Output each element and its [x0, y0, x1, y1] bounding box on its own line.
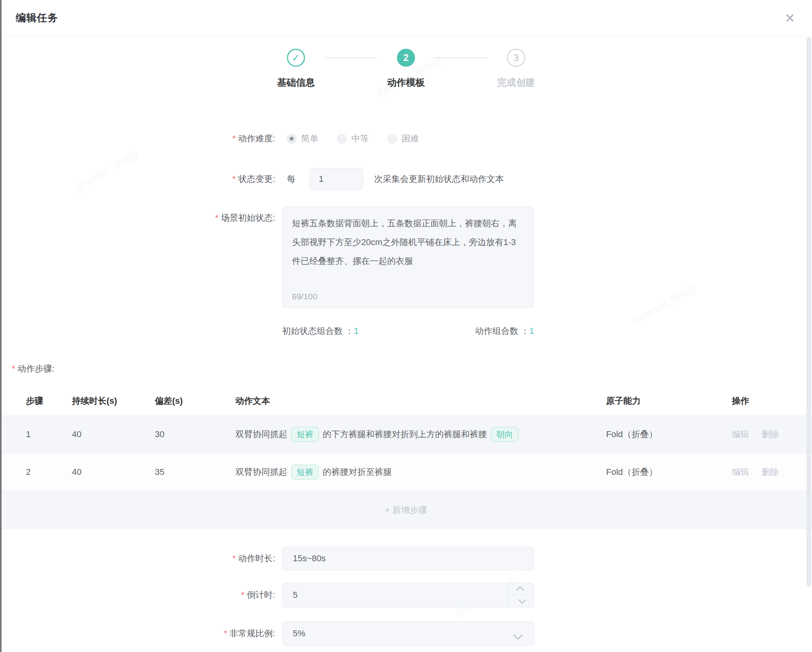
chevron-down-icon — [518, 596, 526, 604]
unusual-ratio-select[interactable]: 5% — [282, 621, 534, 646]
stepper: ✓ 基础信息 2 动作模板 3 完成创建 — [0, 49, 812, 89]
step-action-template: 2 动作模板 — [377, 49, 435, 89]
edit-link[interactable]: 编辑 — [732, 466, 749, 478]
duration-row: *动作时长: — [0, 547, 812, 570]
unusual-ratio-label: *非常规比例: — [0, 628, 275, 639]
cell-deviation: 30 — [155, 429, 235, 440]
action-text: 的下方裤腿和裤腰对折到上方的裤腿和裤腰 — [323, 429, 487, 440]
textarea-value: 短裤五条数据背面朝上，五条数据正面朝上，裤腰朝右，离头部视野下方至少20cm之外… — [292, 214, 524, 271]
cell-action-text: 双臂协同抓起 短裤 的裤腰对折至裤腿 — [235, 465, 606, 480]
field-label: 非常规比例: — [230, 628, 275, 638]
duration-label: *动作时长: — [0, 553, 275, 564]
decrease-button[interactable] — [508, 595, 534, 607]
unusual-ratio-row: *非常规比例: 5% — [0, 621, 812, 646]
object-tag: 短裤 — [291, 465, 319, 480]
radio-icon — [287, 134, 296, 143]
table-row: 2 40 35 双臂协同抓起 短裤 的裤腰对折至裤腿 Fold（折叠） 编辑 删… — [0, 453, 812, 491]
cell-step: 1 — [0, 429, 72, 440]
chevron-up-icon — [516, 586, 524, 594]
table-row: 1 40 30 双臂协同抓起 短裤 的下方裤腿和裤腰对折到上方的裤腿和裤腰 朝向… — [0, 416, 812, 453]
field-label: 场景初始状态: — [221, 213, 275, 223]
dialog-title: 编辑任务 — [16, 11, 58, 25]
state-change-row: *状态变更: 每 次采集会更新初始状态和动作文本 — [0, 168, 812, 190]
radio-label: 中等 — [351, 133, 369, 145]
required-marker: * — [224, 628, 227, 638]
required-marker: * — [215, 213, 219, 223]
radio-label: 简单 — [301, 133, 318, 145]
chevron-down-icon — [514, 631, 523, 640]
step-label: 动作模板 — [387, 76, 425, 89]
increase-button[interactable] — [508, 583, 534, 595]
scrollbar-thumb[interactable] — [806, 37, 811, 587]
cell-operations: 编辑 删除 — [732, 429, 812, 440]
combo-label: 初始状态组合数 ： — [282, 326, 354, 336]
required-marker: * — [232, 134, 236, 143]
table-header-row: 步骤 持续时长(s) 偏差(s) 动作文本 原子能力 操作 — [0, 386, 812, 416]
countdown-input[interactable] — [282, 583, 534, 607]
countdown-row: *倒计时: — [0, 583, 812, 607]
dialog-header: 编辑任务 × — [0, 0, 812, 36]
field-label: 动作时长: — [238, 553, 275, 563]
action-combo-count: 动作组合数 ：1 — [475, 325, 534, 337]
action-steps-table: 步骤 持续时长(s) 偏差(s) 动作文本 原子能力 操作 1 40 30 双臂… — [0, 386, 812, 529]
required-marker: * — [12, 364, 15, 374]
state-change-input[interactable] — [310, 168, 363, 190]
state-prefix: 每 — [287, 173, 296, 185]
radio-medium[interactable]: 中等 — [337, 133, 369, 145]
field-label: 状态变更: — [238, 174, 275, 184]
action-text: 的裤腰对折至裤腿 — [323, 466, 392, 478]
char-counter: 69/100 — [292, 292, 317, 301]
check-icon: ✓ — [287, 49, 305, 67]
cell-deviation: 35 — [155, 467, 235, 477]
combo-value: 1 — [529, 326, 534, 336]
combo-value: 1 — [354, 326, 358, 336]
radio-hard[interactable]: 困难 — [388, 133, 419, 145]
header-step: 步骤 — [0, 395, 72, 407]
cell-operations: 编辑 删除 — [732, 466, 812, 478]
difficulty-label: *动作难度: — [0, 133, 275, 145]
cell-action-text: 双臂协同抓起 短裤 的下方裤腿和裤腰对折到上方的裤腿和裤腰 朝向 — [235, 427, 606, 442]
cell-step: 2 — [0, 467, 72, 477]
step-finish-create: 3 完成创建 — [487, 49, 546, 89]
header-ability: 原子能力 — [606, 395, 732, 407]
initial-state-textarea[interactable]: 短裤五条数据背面朝上，五条数据正面朝上，裤腰朝右，离头部视野下方至少20cm之外… — [282, 207, 534, 308]
state-change-label: *状态变更: — [0, 173, 275, 185]
add-step-button[interactable]: + 新增步骤 — [0, 491, 812, 529]
field-label: 动作步骤: — [18, 363, 55, 375]
delete-link[interactable]: 删除 — [762, 429, 779, 440]
step-number: 2 — [397, 49, 415, 67]
header-deviation: 偏差(s) — [155, 395, 235, 407]
initial-combo-count: 初始状态组合数 ：1 — [282, 325, 358, 337]
initial-state-label: *场景初始状态: — [0, 207, 275, 224]
cell-duration: 40 — [72, 467, 155, 477]
difficulty-row: *动作难度: 简单 中等 困难 — [0, 133, 812, 145]
select-value: 5% — [293, 628, 305, 639]
delete-link[interactable]: 删除 — [762, 466, 779, 478]
object-tag: 短裤 — [291, 427, 319, 442]
countdown-label: *倒计时: — [0, 589, 275, 601]
edit-link[interactable]: 编辑 — [732, 429, 749, 440]
radio-easy[interactable]: 简单 — [287, 133, 318, 145]
duration-input[interactable] — [282, 547, 534, 570]
state-suffix: 次采集会更新初始状态和动作文本 — [374, 173, 504, 185]
header-duration: 持续时长(s) — [72, 395, 155, 407]
step-connector — [435, 57, 487, 58]
countdown-stepper — [282, 583, 534, 607]
cell-ability: Fold（折叠） — [606, 466, 732, 478]
action-text: 双臂协同抓起 — [235, 429, 287, 440]
combo-label: 动作组合数 ： — [475, 326, 529, 336]
step-connector — [325, 57, 377, 58]
radio-icon — [388, 134, 397, 143]
field-label: 动作难度: — [238, 134, 275, 143]
close-icon[interactable]: × — [785, 10, 795, 26]
required-marker: * — [232, 553, 236, 563]
field-label: 倒计时: — [247, 590, 275, 600]
step-label: 基础信息 — [277, 76, 315, 89]
required-marker: * — [241, 590, 244, 600]
initial-state-row: *场景初始状态: 短裤五条数据背面朝上，五条数据正面朝上，裤腰朝右，离头部视野下… — [0, 207, 812, 308]
required-marker: * — [232, 174, 236, 184]
header-text: 动作文本 — [235, 395, 606, 407]
step-number: 3 — [507, 49, 525, 67]
radio-label: 困难 — [402, 133, 419, 145]
header-operation: 操作 — [732, 395, 812, 407]
